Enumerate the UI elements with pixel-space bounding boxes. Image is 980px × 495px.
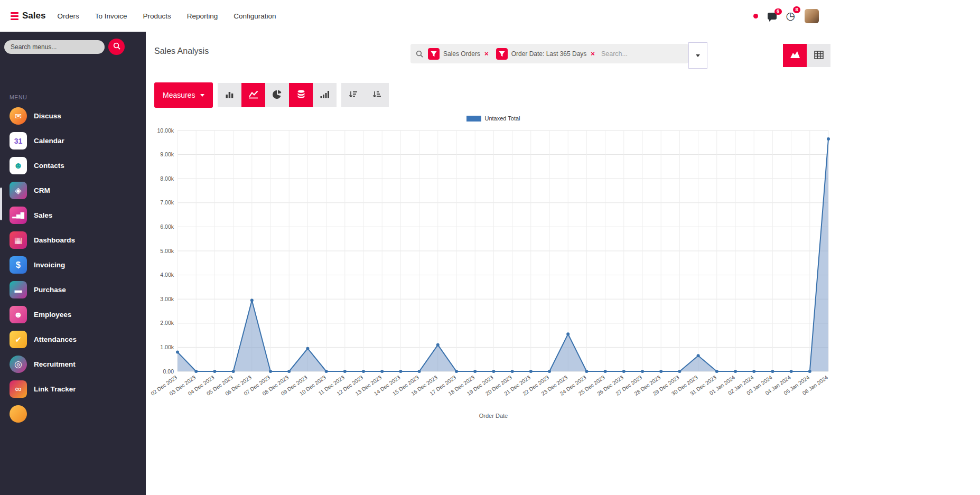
sidebar-item-partial-app-icon[interactable] [0,401,146,426]
search-facet-sales-orders[interactable]: Sales Orders× [428,48,489,60]
sidebar-search-input[interactable] [4,40,105,54]
grid-icon [814,51,824,61]
top-menu-item-configuration[interactable]: Configuration [234,12,276,20]
top-menu-item-to-invoice[interactable]: To Invoice [95,12,127,20]
sidebar-item-invoicing[interactable]: $Invoicing [0,253,146,277]
systray: 6 ◷ 8 [753,9,821,23]
pivot-view-button[interactable] [807,44,830,67]
bar-chart-icon [225,90,234,100]
sidebar-item-label: Sales [34,211,52,219]
search-dropdown-toggle[interactable] [688,42,707,69]
messages-badge: 6 [774,8,782,15]
sidebar-item-label: Calendar [34,137,64,145]
svg-text:0.00: 0.00 [163,368,174,375]
svg-text:8.00k: 8.00k [160,175,174,182]
user-avatar[interactable] [805,9,819,23]
partial-app-icon [10,405,27,423]
sidebar-item-label: Contacts [34,162,64,170]
sidebar-item-link-tracker[interactable]: ∞Link Tracker [0,377,146,401]
sidebar-scrollbar[interactable] [0,188,2,220]
legend-label: Untaxed Total [484,115,520,122]
search-bar[interactable]: Sales Orders×Order Date: Last 365 Days× [410,44,688,63]
page-title: Sales Analysis [154,46,340,56]
attendances-icon: ✔ [10,331,27,348]
facet-remove-button[interactable]: × [590,50,595,58]
stacked-button[interactable] [289,83,313,107]
sidebar-item-recruitment[interactable]: ◎Recruitment [0,352,146,377]
sidebar-item-label: Link Tracker [34,385,76,393]
sidebar-search [4,39,125,55]
calendar-icon: 31 [10,132,27,150]
x-axis-title: Order Date [150,413,837,419]
svg-text:5.00k: 5.00k [160,248,174,254]
sidebar-item-discuss[interactable]: ✉Discuss [0,104,146,128]
search-facet-order-date-last-365-days[interactable]: Order Date: Last 365 Days× [496,48,595,60]
link-tracker-icon: ∞ [10,380,27,398]
activities-badge: 8 [793,6,800,13]
chart-legend[interactable]: Untaxed Total [150,115,837,122]
top-menu-item-orders[interactable]: Orders [57,12,79,20]
sort-desc-icon [349,90,358,100]
search-input[interactable] [600,50,683,58]
signal-icon [320,90,330,100]
brand[interactable]: Sales [11,11,45,21]
graph-view-button[interactable] [783,44,807,67]
app-body: MENU ✉Discuss31Calendar☻Contacts◈CRM▂▅█S… [0,32,828,495]
sort-descending-button[interactable] [341,83,365,107]
activities-button[interactable]: ◷ 8 [786,11,795,21]
pie-chart-icon [273,90,282,100]
sidebar-item-label: Purchase [34,286,66,294]
line-chart-icon [249,90,258,100]
bar-chart-button[interactable] [218,83,241,107]
top-navbar: Sales OrdersTo InvoiceProductsReportingC… [0,0,828,32]
top-menu-item-products[interactable]: Products [143,12,171,20]
facet-label: Sales Orders [443,50,480,58]
sidebar-item-contacts[interactable]: ☻Contacts [0,153,146,178]
apps-menu-icon[interactable] [11,12,18,20]
chevron-down-icon [696,54,700,57]
invoicing-icon: $ [10,256,27,274]
facet-remove-button[interactable]: × [484,50,489,58]
sidebar-item-crm[interactable]: ◈CRM [0,178,146,203]
sort-asc-icon [372,90,381,100]
sidebar-item-attendances[interactable]: ✔Attendances [0,327,146,352]
sidebar-menu: ✉Discuss31Calendar☻Contacts◈CRM▂▅█Sales▦… [0,104,146,426]
measures-button[interactable]: Measures [154,82,213,108]
pie-chart-button[interactable] [265,83,289,107]
search-area: Sales Orders×Order Date: Last 365 Days× [340,42,778,69]
graph-toolbar: Measures [154,82,837,108]
svg-text:1.00k: 1.00k [160,344,174,350]
sidebar-item-dashboards[interactable]: ▦Dashboards [0,228,146,253]
messages-button[interactable]: 6 [768,13,777,20]
sidebar-item-employees[interactable]: ☻Employees [0,302,146,327]
contacts-icon: ☻ [10,157,27,174]
svg-text:6.00k: 6.00k [160,223,174,230]
sidebar-item-sales[interactable]: ▂▅█Sales [0,203,146,228]
filter-icon [428,48,440,60]
line-chart[interactable]: 0.001.00k2.00k3.00k4.00k5.00k6.00k7.00k8… [150,123,837,425]
recruitment-icon: ◎ [10,356,27,373]
svg-text:2.00k: 2.00k [160,320,174,326]
area-chart-icon [790,50,800,61]
cumulative-button[interactable] [313,83,337,107]
breadcrumb: Sales Analysis [154,42,340,56]
sidebar-item-calendar[interactable]: 31Calendar [0,128,146,153]
top-menu-item-reporting[interactable]: Reporting [187,12,218,20]
svg-text:3.00k: 3.00k [160,296,174,302]
view-switcher [783,42,830,67]
search-icon [416,50,423,58]
sidebar-search-button[interactable] [108,39,125,55]
measures-label: Measures [163,91,195,99]
purchase-icon: ▬ [10,281,27,298]
sidebar-item-label: Recruitment [34,360,76,368]
brand-name[interactable]: Sales [22,11,45,21]
database-icon [297,90,305,100]
crm-icon: ◈ [10,182,27,199]
sidebar-item-label: Discuss [34,112,61,120]
sidebar-item-label: CRM [34,186,50,194]
legend-swatch [466,116,481,122]
sidebar-item-purchase[interactable]: ▬Purchase [0,277,146,302]
sort-ascending-button[interactable] [365,83,389,107]
notification-dot-icon [753,14,758,18]
line-chart-button[interactable] [241,83,265,107]
